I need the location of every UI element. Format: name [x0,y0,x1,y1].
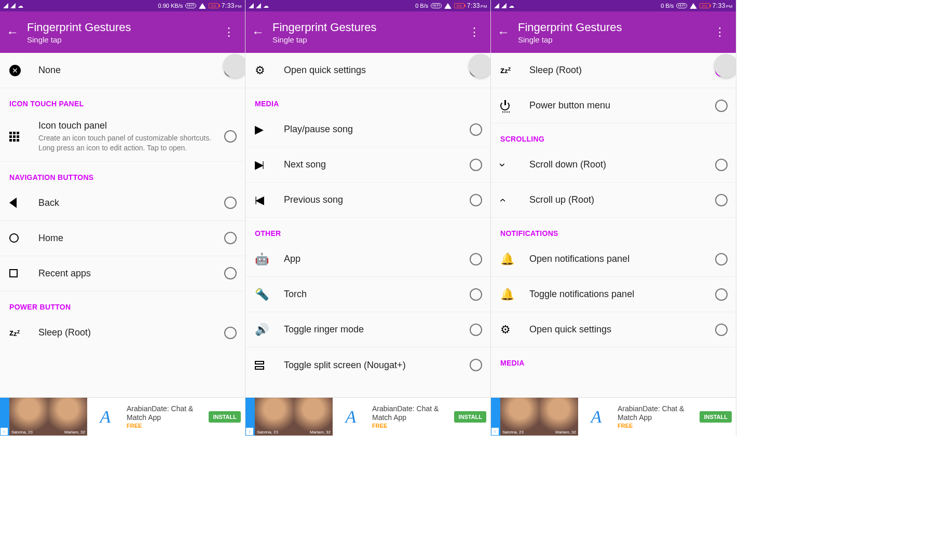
ad-info-icon[interactable]: i [491,427,499,436]
ad-install-button[interactable]: INSTALL [454,411,486,423]
back-arrow-icon[interactable]: ← [252,25,272,39]
radio[interactable] [470,194,482,206]
ad-info-icon[interactable]: i [0,427,8,436]
radio[interactable] [715,253,728,265]
signal-2-icon: 2 [501,3,507,8]
radio[interactable] [470,288,482,301]
option-torch[interactable]: 🔦 Torch [245,277,490,312]
section-other: OTHER [245,218,490,242]
ad-close-icon[interactable]: ✕ [0,398,7,405]
split-screen-icon [255,361,264,370]
wifi-icon [444,3,452,9]
option-quick-settings[interactable]: ⚙ Open quick settings [245,53,490,88]
next-track-icon: ▶| [255,158,284,172]
radio[interactable] [224,197,237,209]
overflow-menu-icon[interactable]: ⋮ [710,25,730,39]
option-next-song[interactable]: ▶| Next song [245,147,490,183]
ad-install-button[interactable]: INSTALL [700,411,732,423]
options-list[interactable]: ⚙ Open quick settings MEDIA ▶ Play/pause… [245,53,490,397]
option-toggle-notifications[interactable]: 🔔 Toggle notifications panel [491,277,736,312]
option-label: Play/pause song [284,124,470,135]
radio[interactable] [224,130,237,143]
option-sleep[interactable]: zzz Sleep (Root) [0,315,245,351]
battery-icon: 9% [700,3,710,8]
section-media: MEDIA [245,88,490,112]
ad-install-button[interactable]: INSTALL [209,411,241,423]
option-play-pause[interactable]: ▶ Play/pause song [245,112,490,147]
battery-icon: 9% [209,3,219,8]
clock: 7:33PM [713,2,733,9]
option-label: Home [38,233,224,244]
wifi-icon [690,3,697,9]
option-icon-touch-panel[interactable]: Icon touch panel Create an icon touch pa… [0,112,245,162]
option-prev-song[interactable]: |◀ Previous song [245,183,490,218]
signal-1-icon: 1 [3,3,8,8]
option-open-notifications[interactable]: 🔔 Open notifications panel [491,242,736,277]
option-label: Icon touch panel [38,120,224,131]
status-bar: 1 2 ☁ 0 B/s Hi·Fi 9% 7:33PM [491,0,736,11]
radio[interactable] [224,327,237,339]
overflow-menu-icon[interactable]: ⋮ [219,25,239,39]
radio[interactable] [224,232,237,244]
option-label: Open notifications panel [529,254,715,264]
radio[interactable] [470,253,482,265]
option-scroll-down[interactable]: › Scroll down (Root) [491,147,736,183]
volume-icon: 🔊 [255,323,284,337]
app-subtitle: Single tap [518,35,710,44]
option-sleep[interactable]: zzz Sleep (Root) [491,53,736,88]
option-quick-settings[interactable]: ⚙ Open quick settings [491,312,736,347]
option-app[interactable]: 🤖 App [245,242,490,277]
status-bar: 1 2 ☁ 0 B/s Hi·Fi 9% 7:33PM [245,0,490,11]
option-scroll-up[interactable]: › Scroll up (Root) [491,183,736,218]
bell-icon: 🔔 [500,288,529,301]
hifi-icon: Hi·Fi [431,3,441,8]
option-label: Recent apps [38,268,224,279]
back-arrow-icon[interactable]: ← [497,25,518,39]
radio[interactable] [715,100,728,112]
radio[interactable] [715,324,728,336]
app-bar: ← Fingerprint Gestures Single tap ⋮ [0,11,245,53]
radio[interactable] [224,267,237,279]
option-recent-apps[interactable]: Recent apps [0,256,245,291]
options-list[interactable]: ✕ None ICON TOUCH PANEL Icon touch panel… [0,53,245,397]
radio[interactable] [470,359,482,371]
options-list[interactable]: zzz Sleep (Root) Power button menu SCROL… [491,53,736,397]
option-power-menu[interactable]: Power button menu [491,88,736,123]
radio[interactable] [715,288,728,301]
option-label: Scroll down (Root) [529,159,715,170]
torch-icon: 🔦 [255,288,284,301]
option-label: Torch [284,289,470,300]
back-arrow-icon[interactable]: ← [6,25,27,39]
floating-hint[interactable] [469,54,491,78]
option-label: Open quick settings [284,65,470,76]
ad-banner[interactable]: ✕ i Sabrina, 23Mariam, 32 A ArabianDate:… [491,397,736,436]
signal-1-icon: 1 [494,3,499,8]
option-back[interactable]: Back [0,186,245,221]
radio[interactable] [715,194,728,206]
clock: 7:33PM [222,2,242,9]
option-split-screen[interactable]: Toggle split screen (Nougat+) [245,347,490,383]
floating-hint[interactable] [223,54,245,78]
prev-track-icon: |◀ [255,193,284,207]
ad-info-icon[interactable]: i [245,427,254,436]
option-none[interactable]: ✕ None [0,53,245,88]
recent-square-icon [9,269,18,277]
clock: 7:33PM [467,2,487,9]
radio[interactable] [470,324,482,336]
radio[interactable] [470,123,482,136]
radio[interactable] [470,159,482,171]
battery-icon: 9% [454,3,464,8]
floating-hint[interactable] [714,54,736,78]
overflow-menu-icon[interactable]: ⋮ [464,25,484,39]
android-icon: 🤖 [255,253,284,266]
option-home[interactable]: Home [0,221,245,256]
ad-close-icon[interactable]: ✕ [245,398,253,405]
ad-banner[interactable]: ✕ i Sabrina, 23Mariam, 32 A ArabianDate:… [245,397,490,436]
option-label: None [38,65,224,76]
app-title: Fingerprint Gestures [518,21,710,34]
option-ringer[interactable]: 🔊 Toggle ringer mode [245,312,490,347]
ad-banner[interactable]: ✕ i Sabrina, 23Mariam, 32 A ArabianDate:… [0,397,245,436]
radio[interactable] [715,159,728,171]
signal-1-icon: 1 [249,3,254,8]
ad-close-icon[interactable]: ✕ [491,398,498,405]
